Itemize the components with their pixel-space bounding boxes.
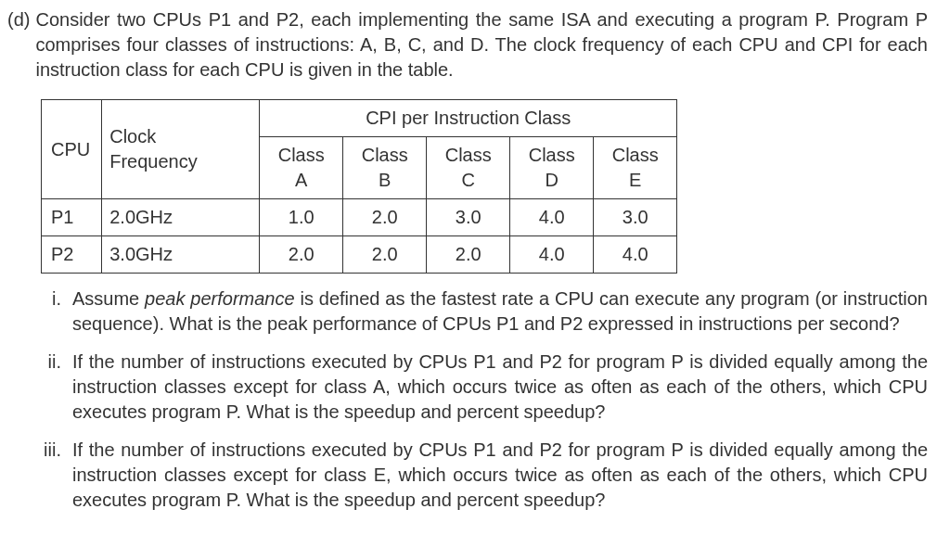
text-italic: peak performance <box>145 288 295 309</box>
cell-val: 3.0 <box>594 199 677 236</box>
cell-val: 2.0 <box>343 199 427 236</box>
problem-label: (d) <box>7 7 35 32</box>
subpart-label: ii. <box>41 350 72 375</box>
header-class-c: Class C <box>427 137 510 199</box>
header-class-b: Class B <box>343 137 427 199</box>
header-cpu: CPU <box>42 100 102 199</box>
subpart-text: If the number of instructions executed b… <box>72 438 928 513</box>
problem-header: (d) Consider two CPUs P1 and P2, each im… <box>7 7 928 83</box>
subpart-text: If the number of instructions executed b… <box>72 350 928 425</box>
table-row: P2 3.0GHz 2.0 2.0 2.0 4.0 4.0 <box>42 236 677 274</box>
cell-val: 1.0 <box>260 199 343 236</box>
subpart-ii: ii. If the number of instructions execut… <box>7 350 928 425</box>
subpart-label: i. <box>41 286 72 312</box>
problem-intro: Consider two CPUs P1 and P2, each implem… <box>35 7 928 83</box>
cell-freq: 3.0GHz <box>102 236 260 274</box>
subpart-i: i. Assume peak performance is defined as… <box>7 286 928 337</box>
cell-cpu: P1 <box>42 199 102 236</box>
header-class-d: Class D <box>510 137 594 199</box>
header-class-e: Class E <box>594 137 677 199</box>
cell-val: 3.0 <box>427 199 510 236</box>
cell-val: 2.0 <box>427 236 510 274</box>
header-class-a: Class A <box>260 137 343 199</box>
cell-val: 4.0 <box>510 236 594 274</box>
cell-val: 2.0 <box>260 236 343 274</box>
cell-freq: 2.0GHz <box>102 199 260 236</box>
subpart-text: Assume peak performance is defined as th… <box>72 286 928 337</box>
header-frequency: Clock Frequency <box>102 100 260 199</box>
cpi-table: CPU Clock Frequency CPI per Instruction … <box>41 99 677 274</box>
subpart-label: iii. <box>41 438 72 463</box>
subparts-list: i. Assume peak performance is defined as… <box>7 286 928 513</box>
subpart-iii: iii. If the number of instructions execu… <box>7 438 928 513</box>
header-cpi: CPI per Instruction Class <box>260 100 677 137</box>
cell-val: 4.0 <box>594 236 677 274</box>
cell-val: 2.0 <box>343 236 427 274</box>
cell-cpu: P2 <box>42 236 102 274</box>
table-row: P1 2.0GHz 1.0 2.0 3.0 4.0 3.0 <box>42 199 677 236</box>
text-pre: Assume <box>72 288 145 309</box>
cell-val: 4.0 <box>510 199 594 236</box>
